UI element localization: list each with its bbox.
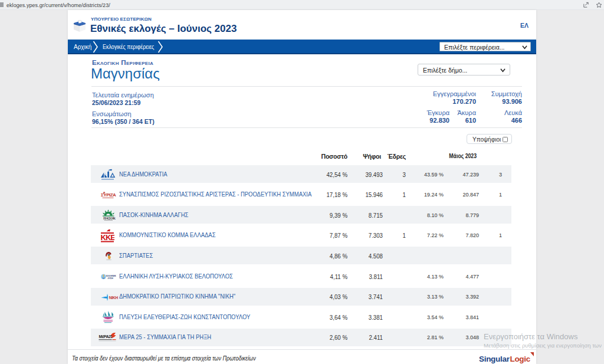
svg-text:ΣΥΡΙΖΑ: ΣΥΡΙΖΑ bbox=[101, 192, 116, 198]
svg-text:ΠΑΣΟΚ: ΠΑΣΟΚ bbox=[103, 217, 116, 220]
svg-text:ΚΚΕ: ΚΚΕ bbox=[101, 233, 115, 242]
svg-text:ΛΥΣΗ: ΛΥΣΗ bbox=[108, 277, 114, 280]
svg-text:ΜέΡΑ25: ΜέΡΑ25 bbox=[99, 334, 113, 338]
svg-text:ΝΙΚΗ: ΝΙΚΗ bbox=[109, 295, 119, 299]
